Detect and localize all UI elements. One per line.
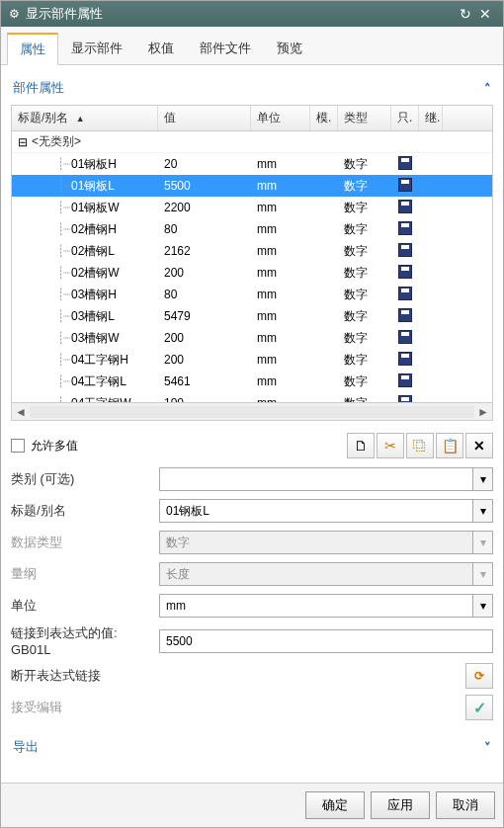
cell-title: ┊┈01钢板L	[12, 178, 158, 195]
content-area: 部件属性 ˄ 标题/别名 ▲ 值 单位 模. 类型 只. 继. ⊟ <无类别>	[1, 65, 503, 783]
table-row[interactable]: ┊┈01钢板W2200mm数字	[12, 197, 492, 218]
dimension-dropdown-icon: ▾	[473, 562, 493, 586]
table-row[interactable]: ┊┈01钢板H20mm数字	[12, 153, 492, 175]
scroll-track[interactable]	[30, 406, 474, 418]
tab-attributes[interactable]: 属性	[7, 33, 58, 65]
cell-type: 数字	[338, 330, 391, 347]
cell-type: 数字	[338, 287, 391, 303]
table-row[interactable]: ┊┈03槽钢W200mm数字	[12, 327, 492, 349]
collapse-section-icon[interactable]: ˄	[484, 81, 491, 96]
table-row[interactable]: ┊┈02槽钢W200mm数字	[12, 262, 492, 284]
cell-type: 数字	[338, 373, 391, 390]
col-value[interactable]: 值	[158, 106, 251, 130]
expand-export-icon[interactable]: ˅	[484, 740, 491, 755]
titlebar: ⚙ 显示部件属性 ↻ ✕	[1, 1, 503, 27]
cell-unit: mm	[251, 288, 310, 301]
unit-label: 单位	[11, 597, 159, 615]
cell-value: 20	[158, 157, 251, 171]
cell-unit: mm	[251, 309, 310, 323]
break-link-button[interactable]: ⟳	[465, 663, 493, 689]
linked-expr-input[interactable]	[159, 629, 493, 653]
cell-readonly	[391, 243, 419, 260]
cancel-button[interactable]: 取消	[436, 791, 495, 819]
col-unit[interactable]: 单位	[251, 106, 310, 130]
unit-input[interactable]	[159, 594, 473, 618]
title-input[interactable]	[159, 499, 473, 523]
cell-value: 200	[158, 266, 251, 280]
unit-dropdown-icon[interactable]: ▾	[473, 594, 493, 618]
h-scrollbar[interactable]: ◄ ►	[12, 402, 492, 420]
table-row[interactable]: ┊┈01钢板L5500mm数字	[12, 175, 492, 197]
export-section-title: 导出	[13, 738, 39, 756]
tab-show-parts[interactable]: 显示部件	[58, 33, 135, 64]
cell-title: ┊┈04工字钢H	[12, 352, 158, 369]
tree-root-row[interactable]: ⊟ <无类别>	[12, 131, 492, 153]
tab-preview[interactable]: 预览	[264, 33, 315, 64]
delete-button[interactable]: ✕	[465, 433, 493, 458]
table-row[interactable]: ┊┈04工字钢H200mm数字	[12, 349, 492, 371]
table-row[interactable]: ┊┈02槽钢H80mm数字	[12, 218, 492, 240]
cell-type: 数字	[338, 243, 391, 260]
title-dropdown-icon[interactable]: ▾	[473, 499, 493, 523]
form-area: 允许多值 🗋 ✂ ⿻ 📋 ✕ 类别 (可选) ▾ 标题/别名 ▾	[11, 433, 493, 726]
scroll-left-icon[interactable]: ◄	[12, 405, 30, 419]
ok-button[interactable]: 确定	[305, 791, 365, 819]
save-icon	[398, 287, 412, 300]
grid-body[interactable]: ⊟ <无类别> ┊┈01钢板H20mm数字┊┈01钢板L5500mm数字┊┈01…	[12, 131, 492, 402]
cell-title: ┊┈02槽钢W	[12, 265, 158, 282]
tab-part-file[interactable]: 部件文件	[187, 33, 264, 64]
attributes-grid: 标题/别名 ▲ 值 单位 模. 类型 只. 继. ⊟ <无类别> ┊┈01钢板H…	[11, 105, 493, 421]
cell-unit: mm	[251, 157, 310, 171]
paste-button[interactable]: 📋	[436, 433, 463, 458]
allow-multi-checkbox[interactable]	[11, 439, 25, 453]
cell-title: ┊┈04工字钢L	[12, 373, 158, 390]
section-header-attributes: 部件属性 ˄	[11, 75, 493, 105]
cut-button[interactable]: ✂	[377, 433, 404, 458]
cell-type: 数字	[338, 308, 391, 325]
table-row[interactable]: ┊┈02槽钢L2162mm数字	[12, 240, 492, 262]
cell-unit: mm	[251, 244, 310, 258]
save-icon	[398, 330, 412, 344]
table-row[interactable]: ┊┈04工字钢L5461mm数字	[12, 371, 492, 392]
col-type[interactable]: 类型	[338, 106, 391, 130]
break-link-label: 断开表达式链接	[11, 667, 465, 685]
reset-button[interactable]: ↻	[456, 6, 475, 22]
copy-button[interactable]: ⿻	[406, 433, 434, 458]
category-label: 类别 (可选)	[11, 470, 159, 488]
save-icon	[398, 178, 412, 192]
cell-unit: mm	[251, 201, 310, 214]
close-button[interactable]: ✕	[475, 6, 495, 22]
col-inherit[interactable]: 继.	[419, 106, 443, 130]
table-row[interactable]: ┊┈03槽钢H80mm数字	[12, 284, 492, 305]
toolbar-row: 允许多值 🗋 ✂ ⿻ 📋 ✕	[11, 433, 493, 458]
refresh-icon: ⟳	[474, 669, 484, 683]
table-row[interactable]: ┊┈03槽钢L5479mm数字	[12, 305, 492, 327]
table-row[interactable]: ┊┈04工字钢W100mm数字	[12, 392, 492, 402]
dimension-input	[159, 562, 473, 586]
col-title[interactable]: 标题/别名 ▲	[12, 106, 158, 130]
scroll-right-icon[interactable]: ►	[474, 405, 492, 419]
allow-multi-label: 允许多值	[31, 438, 78, 455]
save-icon	[398, 308, 412, 322]
cell-unit: mm	[251, 396, 310, 402]
cell-value: 5479	[158, 309, 251, 323]
category-dropdown-icon[interactable]: ▾	[473, 467, 493, 491]
datatype-input	[159, 531, 473, 554]
x-icon: ✕	[473, 438, 485, 454]
new-doc-icon: 🗋	[354, 438, 368, 454]
cell-unit: mm	[251, 266, 310, 280]
save-icon	[398, 395, 412, 403]
apply-button[interactable]: 应用	[371, 791, 430, 819]
cell-value: 200	[158, 353, 251, 367]
cell-title: ┊┈03槽钢L	[12, 308, 158, 325]
accept-edit-button[interactable]: ✓	[465, 695, 493, 720]
section-header-export: 导出 ˅	[11, 734, 493, 764]
new-button[interactable]: 🗋	[347, 433, 375, 458]
category-input[interactable]	[159, 467, 473, 491]
tab-weight[interactable]: 权值	[135, 33, 187, 64]
col-mod[interactable]: 模.	[310, 106, 338, 130]
cell-unit: mm	[251, 353, 310, 367]
tree-collapse-icon[interactable]: ⊟	[18, 135, 32, 149]
grid-header: 标题/别名 ▲ 值 单位 模. 类型 只. 继.	[12, 106, 492, 131]
col-readonly[interactable]: 只.	[391, 106, 419, 130]
